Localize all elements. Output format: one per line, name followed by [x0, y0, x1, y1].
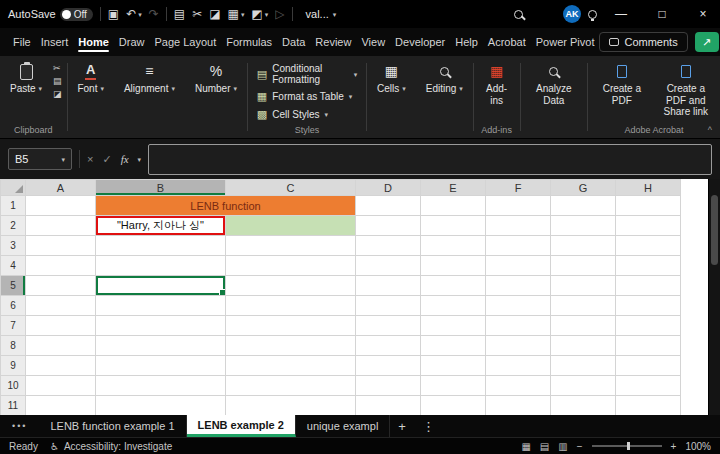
cell-A1[interactable] — [26, 196, 96, 216]
menu-tab-insert[interactable]: Insert — [36, 30, 74, 54]
cell-B1[interactable]: LENB function — [96, 196, 356, 216]
editing-menu-button[interactable]: Editing▾ — [421, 61, 468, 97]
cell-A6[interactable] — [26, 296, 96, 316]
comments-button[interactable]: Comments — [599, 32, 687, 52]
close-button[interactable]: × — [686, 0, 720, 28]
cell-D5[interactable] — [356, 276, 421, 296]
normal-view-icon[interactable]: ▦ — [521, 441, 530, 452]
redo-icon[interactable]: ↷ — [149, 8, 159, 20]
cell-A9[interactable] — [26, 356, 96, 376]
cell-B11[interactable] — [96, 396, 226, 416]
cell-C3[interactable] — [226, 236, 356, 256]
cell-H6[interactable] — [616, 296, 681, 316]
copy-icon[interactable]: ▤ — [53, 76, 62, 86]
cell-A3[interactable] — [26, 236, 96, 256]
cell-G8[interactable] — [551, 336, 616, 356]
save-icon[interactable]: ▣ — [108, 8, 119, 20]
share-button[interactable]: ↗ — [695, 32, 719, 52]
cell-D3[interactable] — [356, 236, 421, 256]
cell-F10[interactable] — [486, 376, 551, 396]
row-header-8[interactable]: 8 — [1, 336, 26, 356]
cell-D9[interactable] — [356, 356, 421, 376]
conditional-formatting-button[interactable]: ▤ Conditional Formatting ▾ — [253, 61, 361, 87]
row-header-6[interactable]: 6 — [1, 296, 26, 316]
maximize-button[interactable]: □ — [645, 0, 679, 28]
menu-tab-home[interactable]: Home — [73, 30, 114, 54]
col-header-D[interactable]: D — [356, 180, 421, 196]
cell-E3[interactable] — [421, 236, 486, 256]
minimize-button[interactable]: — — [604, 0, 638, 28]
cell-H4[interactable] — [616, 256, 681, 276]
sheet-tab-unique-example[interactable]: unique exampl — [296, 415, 391, 437]
cell-C2[interactable] — [226, 216, 356, 236]
cell-D4[interactable] — [356, 256, 421, 276]
cell-E1[interactable] — [421, 196, 486, 216]
cell-G6[interactable] — [551, 296, 616, 316]
cell-E9[interactable] — [421, 356, 486, 376]
cell-A10[interactable] — [26, 376, 96, 396]
cell-G9[interactable] — [551, 356, 616, 376]
cell-F9[interactable] — [486, 356, 551, 376]
col-header-F[interactable]: F — [486, 180, 551, 196]
cells-menu-button[interactable]: ▦ Cells▾ — [372, 61, 411, 97]
row-header-1[interactable]: 1 — [1, 196, 26, 216]
cell-H9[interactable] — [616, 356, 681, 376]
cut-icon[interactable]: ✂ — [53, 63, 62, 73]
fill-color-button[interactable]: ◩▾ — [251, 8, 268, 20]
row-header-11[interactable]: 11 — [1, 396, 26, 416]
cell-G5[interactable] — [551, 276, 616, 296]
menu-tab-acrobat[interactable]: Acrobat — [483, 30, 531, 54]
format-painter-icon[interactable]: ◪ — [209, 8, 220, 20]
cell-H5[interactable] — [616, 276, 681, 296]
col-header-H[interactable]: H — [616, 180, 681, 196]
cell-G10[interactable] — [551, 376, 616, 396]
cell-E4[interactable] — [421, 256, 486, 276]
menu-tab-file[interactable]: File — [8, 30, 36, 54]
number-menu-button[interactable]: % Number▾ — [190, 61, 242, 97]
cell-G2[interactable] — [551, 216, 616, 236]
cell-A4[interactable] — [26, 256, 96, 276]
row-header-5[interactable]: 5 — [1, 276, 26, 296]
cell-E7[interactable] — [421, 316, 486, 336]
menu-tab-developer[interactable]: Developer — [390, 30, 450, 54]
cell-H8[interactable] — [616, 336, 681, 356]
cell-D2[interactable] — [356, 216, 421, 236]
row-header-7[interactable]: 7 — [1, 316, 26, 336]
cell-D6[interactable] — [356, 296, 421, 316]
vertical-scrollbar[interactable] — [708, 179, 720, 415]
cell-E5[interactable] — [421, 276, 486, 296]
menu-tab-formulas[interactable]: Formulas — [221, 30, 277, 54]
cell-B9[interactable] — [96, 356, 226, 376]
cell-D10[interactable] — [356, 376, 421, 396]
page-layout-view-icon[interactable]: ▤ — [540, 441, 549, 452]
menu-tab-help[interactable]: Help — [450, 30, 483, 54]
cell-H11[interactable] — [616, 396, 681, 416]
col-header-E[interactable]: E — [421, 180, 486, 196]
cell-B3[interactable] — [96, 236, 226, 256]
cell-B8[interactable] — [96, 336, 226, 356]
cell-A5[interactable] — [26, 276, 96, 296]
cell-B6[interactable] — [96, 296, 226, 316]
borders-button[interactable]: ▦▾ — [228, 8, 245, 20]
cell-F7[interactable] — [486, 316, 551, 336]
cell-B7[interactable] — [96, 316, 226, 336]
cell-G11[interactable] — [551, 396, 616, 416]
cell-C11[interactable] — [226, 396, 356, 416]
paste-button[interactable]: Paste▾ — [5, 61, 47, 97]
name-box[interactable]: B5 ▾ — [8, 148, 72, 170]
cut-icon[interactable]: ✂ — [192, 8, 202, 20]
cell-F6[interactable] — [486, 296, 551, 316]
font-menu-button[interactable]: A Font▾ — [72, 61, 109, 97]
row-header-3[interactable]: 3 — [1, 236, 26, 256]
cell-H10[interactable] — [616, 376, 681, 396]
menu-tab-view[interactable]: View — [356, 30, 390, 54]
sheet-menu-icon[interactable]: ⋮ — [414, 415, 443, 437]
zoom-slider[interactable] — [592, 445, 662, 447]
lightbulb-icon[interactable] — [588, 10, 597, 19]
menu-tab-power-pivot[interactable]: Power Pivot — [531, 30, 600, 54]
col-header-C[interactable]: C — [226, 180, 356, 196]
cell-G7[interactable] — [551, 316, 616, 336]
format-painter-icon[interactable]: ◪ — [53, 89, 62, 99]
cell-F4[interactable] — [486, 256, 551, 276]
run-macro-icon[interactable]: ▷ — [275, 8, 284, 20]
